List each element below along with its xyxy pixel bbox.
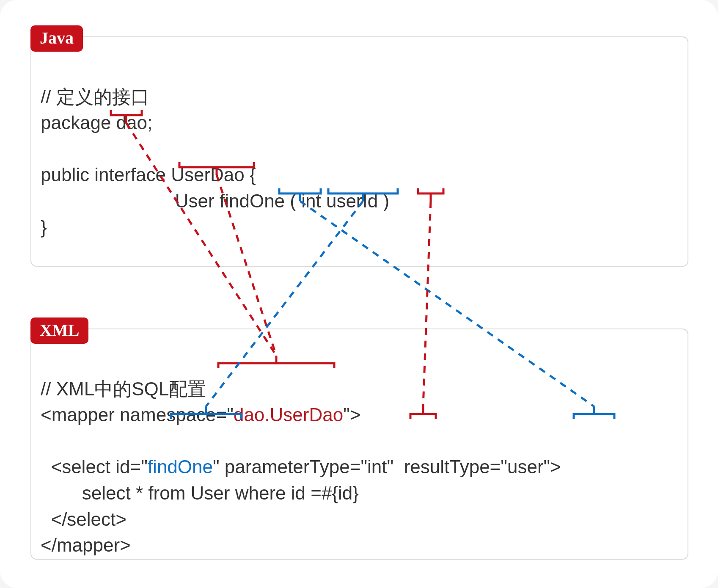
java-package-name: dao — [116, 112, 147, 133]
xml-comment: // XML中的SQL配置 — [41, 378, 206, 399]
java-method-indent — [41, 190, 175, 211]
java-method-name: findOne — [220, 190, 285, 211]
xml-mapper-close: </mapper> — [41, 535, 131, 555]
xml-select-open2: " parameterType=" — [213, 456, 367, 477]
diagram-canvas: Java // 定义的接口 package dao; public interf… — [0, 0, 718, 588]
xml-sql: select * from User where id =#{id} — [82, 483, 359, 503]
java-tag: Java — [30, 25, 83, 52]
xml-mapper-open1: <mapper namespace=" — [41, 404, 234, 425]
xml-result-type: user — [507, 456, 544, 477]
xml-select-open3: " resultType=" — [387, 456, 507, 477]
java-package-semi: ; — [147, 112, 152, 133]
xml-select-open1: <select id=" — [51, 456, 147, 477]
xml-parameter-type: int — [367, 456, 387, 477]
xml-select-close: </select> — [51, 509, 127, 530]
xml-mapper-open2: "> — [343, 404, 360, 425]
java-return-type: User — [175, 190, 215, 211]
xml-namespace: dao.UserDao — [234, 404, 343, 425]
xml-select-open4: "> — [544, 456, 561, 477]
java-method-rest: userId ) — [321, 190, 389, 211]
java-code-box: Java // 定义的接口 package dao; public interf… — [30, 36, 688, 267]
xml-tag: XML — [30, 317, 88, 344]
xml-code-box: XML // XML中的SQL配置 <mapper namespace="dao… — [30, 329, 688, 560]
java-param-type: int — [301, 190, 321, 211]
java-package-keyword: package — [41, 112, 116, 133]
xml-id: findOne — [148, 456, 213, 477]
java-close-brace: } — [41, 217, 47, 237]
java-comment: // 定义的接口 — [41, 86, 149, 107]
java-interface-decl: public interface UserDao { — [41, 164, 256, 185]
